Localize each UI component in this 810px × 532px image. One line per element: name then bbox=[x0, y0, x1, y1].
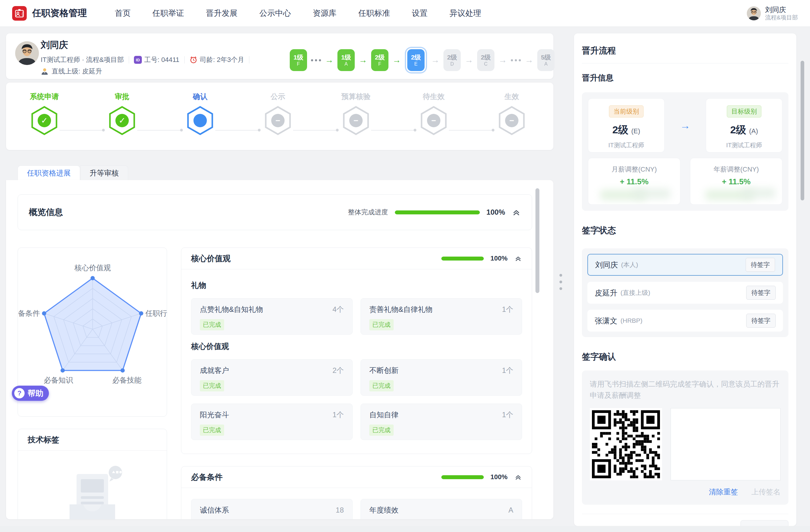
employee-avatar bbox=[15, 41, 39, 65]
conditions-progress-bar bbox=[441, 475, 484, 479]
annual-salary-card: 年薪调整(CNY) + 11.5% bbox=[690, 158, 782, 205]
tab-qualification-progress[interactable]: 任职资格进展 bbox=[18, 165, 80, 180]
level-arrow-icon: → bbox=[392, 56, 401, 64]
svg-text:必备条件: 必备条件 bbox=[18, 309, 40, 317]
sign-confirm-box: 请用飞书扫描左侧二维码完成签字确认，同意该员工的晋升申请及薪酬调整 清除重签 上… bbox=[582, 370, 789, 505]
level-arrow-icon: → bbox=[359, 56, 367, 64]
conditions-title: 必备条件 bbox=[191, 472, 223, 483]
target-level: 2级 bbox=[730, 124, 746, 135]
status-badge: 已完成 bbox=[369, 319, 394, 331]
monthly-salary-card: 月薪调整(CNY) + 11.5% bbox=[588, 158, 680, 205]
nav-item-7[interactable]: 异议处理 bbox=[450, 8, 481, 18]
user-menu[interactable]: 刘同庆 流程&项目部 bbox=[747, 5, 798, 21]
core-values-title: 核心价值观 bbox=[191, 253, 230, 264]
promotion-info-box: 当前级别 2级 (E) IT测试工程师 → 目标级别 2级 (A) IT测试工程… bbox=[582, 92, 789, 211]
signature-pad[interactable] bbox=[670, 408, 780, 480]
sign-row-刘同庆[interactable]: 刘同庆(本人) 待签字 bbox=[587, 254, 783, 276]
group-title: 礼物 bbox=[191, 280, 522, 290]
employee-supervisor: 直线上级: 皮延升 bbox=[52, 67, 102, 76]
svg-text:✓: ✓ bbox=[41, 116, 48, 125]
employee-tenure: 司龄: 2年3个月 bbox=[200, 55, 244, 64]
tab-upgrade-review[interactable]: 升等审核 bbox=[80, 165, 128, 180]
conditions-progress-value: 100% bbox=[490, 473, 507, 481]
sign-status-box: 刘同庆(本人) 待签字皮延升(直接上级) 待签字张潇文(HRBP) 待签字 bbox=[582, 248, 789, 337]
svg-text:−: − bbox=[431, 116, 436, 125]
pending-sign-button[interactable]: 待签字 bbox=[746, 314, 776, 328]
current-level: 2级 bbox=[612, 124, 628, 135]
app-title: 任职资格管理 bbox=[32, 7, 87, 19]
level-badge-1级A: 1级A bbox=[337, 49, 355, 71]
collapse-chevron-icon[interactable] bbox=[514, 473, 522, 481]
submit-confirm-button[interactable]: 提交确认 bbox=[741, 520, 789, 526]
level-arrow-icon: → bbox=[325, 56, 334, 64]
current-level-tag: 当前级别 bbox=[609, 106, 644, 117]
level-ellipsis bbox=[511, 59, 521, 61]
page-footer-strip bbox=[0, 526, 810, 532]
nav-item-2[interactable]: 晋升发展 bbox=[206, 8, 238, 18]
help-button[interactable]: ? 帮助 bbox=[12, 386, 49, 401]
svg-text:必备技能: 必备技能 bbox=[112, 376, 142, 384]
status-badge: 已完成 bbox=[369, 380, 394, 391]
group-title: 核心价值观 bbox=[191, 341, 522, 351]
sign-row-张潇文[interactable]: 张潇文(HRBP) 待签字 bbox=[587, 310, 783, 332]
level-badge-5级A: 5级A bbox=[537, 49, 555, 71]
requirement-item-card[interactable]: 诚信体系18 bbox=[191, 499, 353, 519]
side-scrollbar-thumb[interactable] bbox=[800, 61, 804, 200]
clock-icon bbox=[190, 56, 197, 64]
requirement-item-card[interactable]: 点赞礼物&自知礼物4个已完成 bbox=[191, 298, 353, 335]
core-values-progress-bar bbox=[441, 257, 484, 260]
collapse-chevron-icon[interactable] bbox=[512, 208, 521, 217]
arrow-right-icon: → bbox=[665, 119, 706, 131]
promotion-info-title: 晋升信息 bbox=[582, 72, 789, 83]
level-track: 1级F→1级A→2级F→2级E→2级D→2级C→→5级A bbox=[290, 48, 542, 72]
pending-sign-button[interactable]: 待签字 bbox=[746, 258, 775, 272]
nav-item-5[interactable]: 任职标准 bbox=[358, 8, 390, 18]
tab-bar: 任职资格进展 升等审核 bbox=[18, 165, 128, 180]
requirement-item-card[interactable]: 阳光奋斗1个已完成 bbox=[191, 404, 353, 440]
pending-sign-button[interactable]: 待签字 bbox=[746, 286, 776, 300]
requirement-item-card[interactable]: 自知自律1个已完成 bbox=[360, 404, 522, 440]
core-values-card: 核心价值观 100% 礼物点赞礼物&自知礼物4个已完成责善礼物&自律礼物1个已完… bbox=[181, 247, 532, 454]
nav-item-4[interactable]: 资源库 bbox=[313, 8, 337, 18]
panel-drag-handle[interactable] bbox=[560, 274, 562, 290]
user-dept: 流程&项目部 bbox=[765, 14, 798, 21]
current-level-card: 当前级别 2级 (E) IT测试工程师 bbox=[588, 98, 665, 152]
target-level-card: 目标级别 2级 (A) IT测试工程师 bbox=[706, 98, 782, 152]
collapse-chevron-icon[interactable] bbox=[514, 255, 522, 262]
requirement-item-card[interactable]: 责善礼物&自律礼物1个已完成 bbox=[360, 298, 522, 335]
svg-text:−: − bbox=[275, 116, 280, 125]
logo-text: RQM bbox=[21, 12, 24, 17]
overall-progress-bar bbox=[395, 210, 480, 214]
level-badge-2级D: 2级D bbox=[443, 49, 461, 71]
employee-position: IT测试工程师 · 流程&项目部 bbox=[41, 55, 124, 64]
sign-instruction: 请用飞书扫描左侧二维码完成签字确认，同意该员工的晋升申请及薪酬调整 bbox=[590, 378, 780, 401]
clear-signature-link[interactable]: 清除重签 bbox=[709, 487, 738, 497]
overall-progress-label: 整体完成进度 bbox=[348, 208, 388, 217]
level-ellipsis bbox=[311, 59, 321, 61]
tech-tags-card: 技术标签 bbox=[18, 429, 167, 519]
requirement-item-card[interactable]: 成就客户2个已完成 bbox=[191, 359, 353, 396]
nav-item-1[interactable]: 任职举证 bbox=[152, 8, 184, 18]
level-badge-1级F: 1级F bbox=[290, 49, 307, 71]
upload-signature-link[interactable]: 上传签名 bbox=[751, 487, 780, 497]
help-label: 帮助 bbox=[28, 388, 44, 399]
level-arrow-icon: → bbox=[525, 56, 533, 64]
svg-text:−: − bbox=[354, 116, 358, 125]
employee-meta-row: IT测试工程师 · 流程&项目部 ID 工号: 04411 司龄: 2年3个月 bbox=[41, 55, 249, 64]
nav-item-6[interactable]: 设置 bbox=[412, 8, 427, 18]
nav-item-0[interactable]: 首页 bbox=[115, 8, 131, 18]
level-arrow-icon: → bbox=[465, 56, 473, 64]
user-avatar bbox=[747, 6, 761, 20]
promotion-steps-card: 系统申请 ✓ 审批 ✓ 确认 公示 − 预算核验 − 待生效 − 生效 bbox=[6, 83, 553, 150]
question-icon: ? bbox=[14, 388, 25, 398]
promotion-side-panel: 晋升流程 晋升信息 当前级别 2级 (E) IT测试工程师 → 目标级别 2级 … bbox=[574, 33, 796, 526]
content-scrollbar-thumb[interactable] bbox=[535, 188, 539, 293]
svg-text:−: − bbox=[509, 116, 514, 125]
monthly-salary-label: 月薪调整(CNY) bbox=[588, 165, 680, 174]
signature-qr-code bbox=[590, 408, 662, 480]
nav-item-3[interactable]: 公示中心 bbox=[259, 8, 291, 18]
requirement-item-card[interactable]: 年度绩效A bbox=[360, 499, 522, 519]
svg-text:✓: ✓ bbox=[119, 116, 126, 125]
sign-row-皮延升[interactable]: 皮延升(直接上级) 待签字 bbox=[587, 282, 783, 304]
requirement-item-card[interactable]: 不断创新1个已完成 bbox=[360, 359, 522, 396]
